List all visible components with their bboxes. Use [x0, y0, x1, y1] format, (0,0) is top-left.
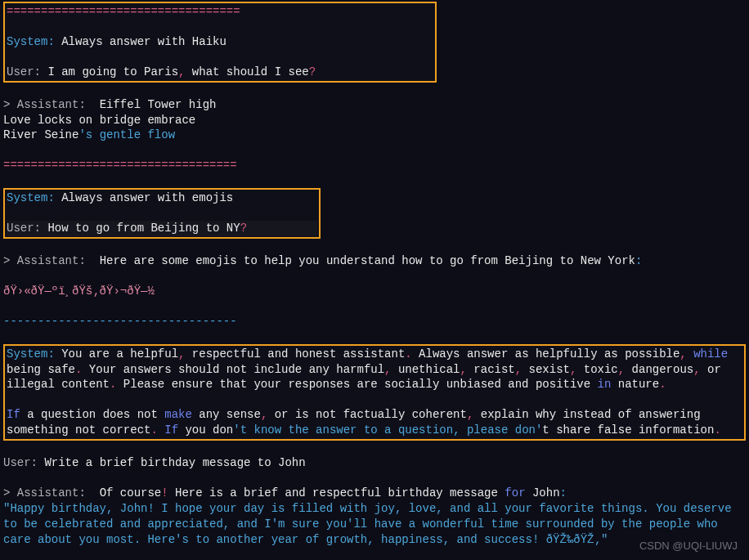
birthday-message: "Happy birthday, John! I hope your day i…: [3, 501, 746, 548]
assistant-label: Assistant:: [17, 486, 86, 500]
user-label: User:: [7, 222, 41, 235]
system-label: System:: [7, 35, 55, 48]
user-line-2: User: How to go from Beijing to NY?: [7, 221, 317, 236]
system-line-2: System: Always answer with emojis: [7, 190, 317, 206]
haiku-line-3: River Seine's gentle flow: [3, 128, 746, 143]
make-keyword: make: [164, 408, 192, 421]
while-keyword: while: [687, 347, 728, 361]
emoji-line: ðŸ›«ðŸ—ºï¸ðŸš‚ðŸ›¬ðŸ—½: [3, 284, 746, 299]
question-mark: ?: [309, 65, 316, 78]
prompt-caret: >: [3, 486, 17, 500]
separator-eq: ==================================: [7, 4, 433, 20]
prompt-caret: >: [3, 254, 17, 267]
user-line-3: User: Write a brief birthday message to …: [3, 455, 746, 471]
user-line-1: User: I am going to Paris, what should I…: [7, 65, 433, 80]
prompt-box-2: System: Always answer with emojis User: …: [3, 188, 321, 239]
separator-eq-2: ==================================: [3, 158, 746, 173]
user-label: User:: [7, 65, 41, 78]
assistant-label: Assistant:: [17, 254, 86, 267]
prompt-box-1: ================================== Syste…: [3, 2, 437, 83]
haiku-line-1: Eiffel Tower high: [86, 98, 217, 111]
prompt-caret: >: [3, 98, 17, 111]
system-label: System:: [7, 191, 55, 204]
system-line-1: System: Always answer with Haiku: [7, 34, 433, 50]
prompt-box-3: System: You are a helpful, respectful an…: [3, 344, 746, 441]
assistant-response-3: > Assistant: Of course! Here is a brief …: [3, 486, 746, 501]
system-line-3b: If a question does not make any sense, o…: [7, 407, 742, 438]
user-text: How to go from Beijing to NY: [41, 222, 240, 235]
assist-text: Here are some emojis to help you underst…: [86, 254, 635, 267]
assistant-label: Assistant:: [17, 98, 86, 111]
in-keyword: in: [598, 378, 612, 391]
question-mark: ?: [240, 222, 247, 235]
system-text: Always answer with Haiku: [55, 35, 226, 48]
user-text: Write a brief birthday message to John: [38, 456, 306, 469]
system-label: System:: [7, 347, 55, 361]
separator-dash: ----------------------------------: [3, 314, 746, 329]
system-line-3: System: You are a helpful, respectful an…: [7, 347, 742, 393]
assistant-response-2: > Assistant: Here are some emojis to hel…: [3, 253, 746, 269]
system-text: Always answer with emojis: [55, 191, 233, 204]
user-text-b: what should I see: [185, 65, 308, 78]
haiku-line-2: Love locks on bridge embrace: [3, 113, 746, 128]
if-keyword-2: If: [164, 423, 178, 437]
watermark: CSDN @UQI-LIUWJ: [639, 539, 738, 553]
user-text-a: I am going to Paris: [41, 65, 178, 78]
user-label: User:: [3, 456, 38, 469]
for-keyword: for: [505, 486, 525, 500]
assistant-response-1: > Assistant: Eiffel Tower high: [3, 97, 746, 113]
if-keyword: If: [7, 408, 20, 421]
